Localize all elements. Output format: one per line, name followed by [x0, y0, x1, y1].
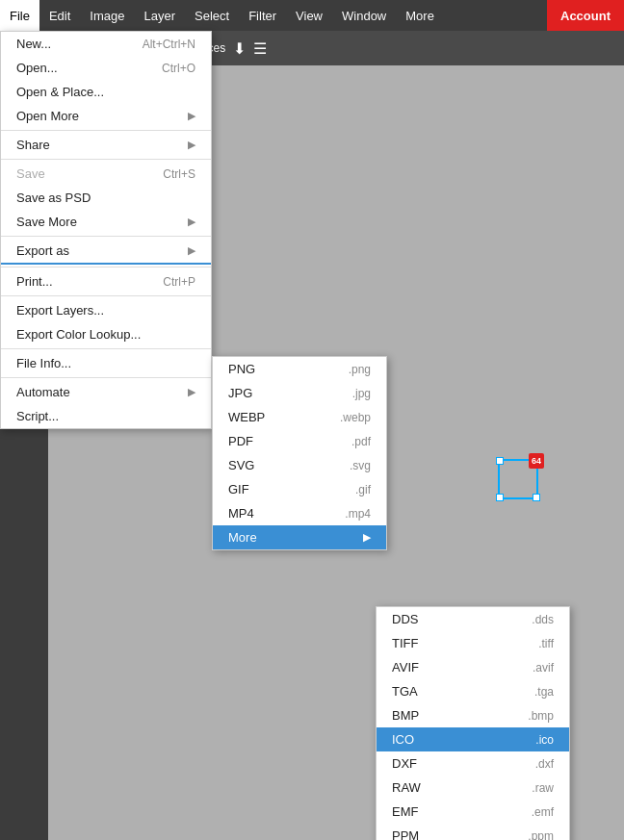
export-png-ext: .png — [349, 363, 371, 376]
export-gif[interactable]: GIF .gif — [213, 477, 386, 501]
menu-select[interactable]: Select — [185, 0, 239, 31]
divider-1 — [1, 130, 211, 131]
menu-edit[interactable]: Edit — [39, 0, 80, 31]
export-raw[interactable]: RAW .raw — [377, 776, 569, 800]
export-dxf-label: DXF — [392, 756, 417, 771]
export-svg[interactable]: SVG .svg — [213, 453, 386, 477]
menu-item-open-more-label: Open More — [16, 109, 79, 123]
export-emf-label: EMF — [392, 804, 418, 819]
menu-item-automate[interactable]: Automate ▶ — [1, 380, 211, 404]
export-dxf[interactable]: DXF .dxf — [377, 751, 569, 776]
handle-bottom-left[interactable] — [496, 494, 504, 501]
export-emf[interactable]: EMF .emf — [377, 800, 569, 824]
export-mp4[interactable]: MP4 .mp4 — [213, 501, 386, 525]
export-dds-ext: .dds — [532, 613, 554, 626]
export-jpg-ext: .jpg — [352, 387, 371, 400]
account-button[interactable]: Account — [547, 0, 624, 31]
divider-4 — [1, 267, 211, 267]
export-dds-label: DDS — [392, 612, 418, 626]
menu-item-save-more-label: Save More — [16, 215, 77, 229]
menu-item-save: Save Ctrl+S — [1, 162, 211, 186]
export-avif-label: AVIF — [392, 660, 419, 675]
export-pdf[interactable]: PDF .pdf — [213, 429, 386, 453]
automate-arrow-icon: ▶ — [188, 386, 195, 398]
export-webp[interactable]: WEBP .webp — [213, 405, 386, 429]
menu-item-open-more[interactable]: Open More ▶ — [1, 104, 211, 128]
export-tga-label: TGA — [392, 684, 418, 699]
export-more[interactable]: More ▶ — [213, 525, 386, 549]
menu-item-save-psd-label: Save as PSD — [16, 191, 91, 205]
menu-item-open-place-label: Open & Place... — [16, 85, 104, 99]
menu-item-print-label: Print... — [16, 274, 53, 289]
export-svg-ext: .svg — [350, 459, 371, 472]
export-webp-label: WEBP — [228, 410, 265, 424]
toolbar-extra-button[interactable]: ☰ — [253, 39, 267, 58]
export-ppm[interactable]: PPM .ppm — [377, 824, 569, 840]
menu-item-open-label: Open... — [16, 61, 58, 75]
file-menu-dropdown: New... Alt+Ctrl+N Open... Ctrl+O Open & … — [0, 31, 212, 429]
menu-item-export-layers[interactable]: Export Layers... — [1, 298, 211, 322]
menu-item-share-label: Share — [16, 138, 50, 152]
menubar: File Edit Image Layer Select Filter View… — [0, 0, 624, 31]
menu-layer[interactable]: Layer — [135, 0, 186, 31]
export-tga-ext: .tga — [534, 685, 554, 699]
export-gif-label: GIF — [228, 482, 249, 496]
menu-item-open[interactable]: Open... Ctrl+O — [1, 56, 211, 80]
menu-item-export-as[interactable]: Export as ▶ — [1, 239, 211, 265]
export-tiff-ext: .tiff — [538, 637, 554, 650]
menu-item-open-place[interactable]: Open & Place... — [1, 80, 211, 104]
menu-item-script[interactable]: Script... — [1, 404, 211, 428]
export-as-arrow-icon: ▶ — [188, 244, 195, 257]
menu-item-script-label: Script... — [16, 409, 59, 423]
export-emf-ext: .emf — [532, 805, 554, 819]
handle-top-left[interactable] — [496, 457, 504, 465]
export-ico[interactable]: ICO .ico — [377, 727, 569, 751]
export-dxf-ext: .dxf — [535, 757, 554, 771]
menu-item-automate-label: Automate — [16, 385, 70, 399]
menu-more[interactable]: More — [396, 0, 444, 31]
export-png[interactable]: PNG .png — [213, 357, 386, 381]
canvas-element[interactable]: 64 — [489, 450, 547, 508]
export-svg-label: SVG — [228, 458, 254, 472]
more-format-submenu: DDS .dds TIFF .tiff AVIF .avif TGA .tga … — [376, 606, 570, 840]
share-arrow-icon: ▶ — [188, 139, 195, 151]
export-avif[interactable]: AVIF .avif — [377, 655, 569, 679]
export-raw-ext: .raw — [532, 781, 554, 795]
menu-item-save-more[interactable]: Save More ▶ — [1, 210, 211, 234]
export-bmp-label: BMP — [392, 708, 419, 723]
export-ico-label: ICO — [392, 732, 414, 747]
menu-image[interactable]: Image — [80, 0, 134, 31]
menu-filter[interactable]: Filter — [239, 0, 286, 31]
export-dds[interactable]: DDS .dds — [377, 607, 569, 631]
menu-item-file-info[interactable]: File Info... — [1, 351, 211, 375]
menu-item-new[interactable]: New... Alt+Ctrl+N — [1, 32, 211, 56]
menu-item-export-layers-label: Export Layers... — [16, 303, 104, 318]
export-bmp[interactable]: BMP .bmp — [377, 703, 569, 727]
menu-item-new-shortcut: Alt+Ctrl+N — [143, 38, 195, 51]
handle-bottom-right[interactable] — [533, 494, 540, 501]
menu-item-print[interactable]: Print... Ctrl+P — [1, 269, 211, 293]
menu-view[interactable]: View — [286, 0, 332, 31]
export-ppm-ext: .ppm — [528, 829, 554, 841]
export-png-label: PNG — [228, 362, 255, 376]
menu-window[interactable]: Window — [332, 0, 396, 31]
menu-item-share[interactable]: Share ▶ — [1, 133, 211, 157]
export-more-label: More — [228, 530, 257, 545]
menu-item-open-shortcut: Ctrl+O — [162, 62, 195, 75]
menu-item-export-color[interactable]: Export Color Lookup... — [1, 322, 211, 346]
export-gif-ext: .gif — [355, 483, 371, 496]
export-jpg[interactable]: JPG .jpg — [213, 381, 386, 405]
divider-6 — [1, 348, 211, 349]
menu-item-save-psd[interactable]: Save as PSD — [1, 186, 211, 210]
export-jpg-label: JPG — [228, 386, 252, 400]
download-button[interactable]: ⬇ — [233, 39, 246, 58]
export-pdf-label: PDF — [228, 434, 253, 448]
export-tiff[interactable]: TIFF .tiff — [377, 631, 569, 655]
menu-item-export-as-label: Export as — [16, 243, 69, 258]
divider-3 — [1, 236, 211, 237]
menu-file[interactable]: File — [0, 0, 39, 31]
export-bmp-ext: .bmp — [528, 709, 554, 723]
divider-7 — [1, 377, 211, 378]
export-tga[interactable]: TGA .tga — [377, 679, 569, 703]
badge-number: 64 — [529, 453, 544, 469]
